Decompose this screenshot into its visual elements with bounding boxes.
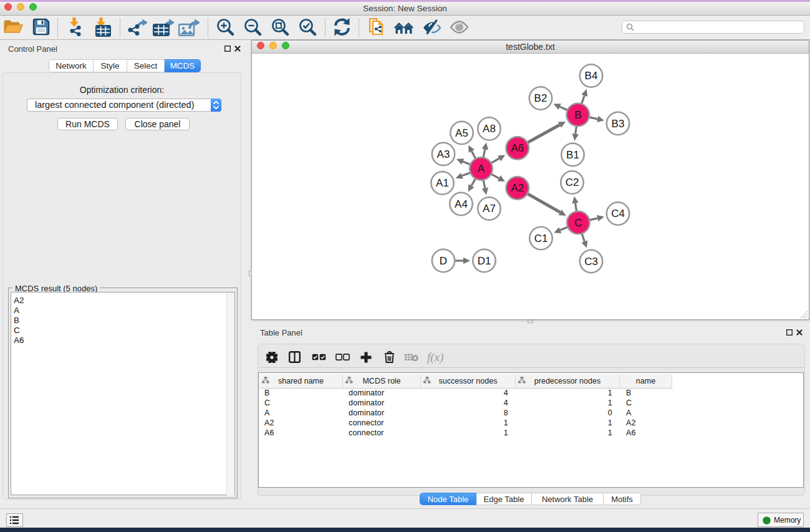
- svg-text:D1: D1: [478, 255, 491, 267]
- svg-text:B4: B4: [585, 70, 598, 82]
- svg-text:B1: B1: [566, 149, 579, 161]
- svg-text:B2: B2: [534, 92, 547, 104]
- svg-text:A8: A8: [483, 123, 496, 135]
- svg-text:A: A: [478, 163, 485, 175]
- svg-text:A2: A2: [511, 182, 524, 194]
- svg-text:B3: B3: [612, 118, 625, 130]
- svg-text:D: D: [440, 255, 447, 267]
- svg-text:C: C: [574, 217, 582, 229]
- svg-text:A1: A1: [436, 177, 449, 189]
- svg-text:B: B: [574, 109, 581, 121]
- svg-text:A5: A5: [455, 127, 468, 139]
- svg-text:C4: C4: [611, 208, 625, 220]
- svg-text:C2: C2: [566, 177, 579, 188]
- svg-text:C1: C1: [534, 233, 548, 244]
- svg-text:A3: A3: [437, 148, 450, 160]
- svg-text:A7: A7: [483, 203, 496, 215]
- svg-text:C3: C3: [584, 256, 598, 268]
- svg-text:A6: A6: [511, 142, 524, 154]
- svg-text:A4: A4: [455, 198, 468, 210]
